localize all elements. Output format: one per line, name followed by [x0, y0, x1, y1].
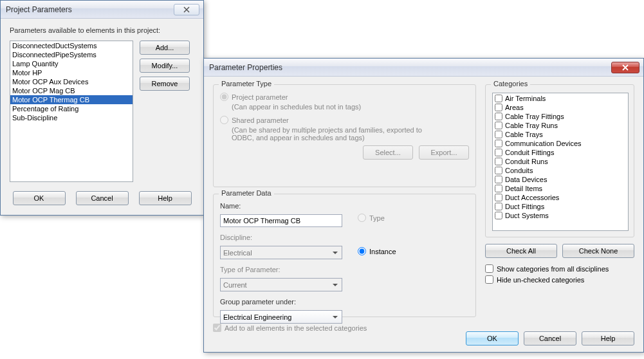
list-item[interactable]: DisconnectedPipeSystems: [10, 50, 133, 59]
groupunder-label: Group parameter under:: [220, 298, 342, 306]
parameter-type-group: Parameter Type Project parameter (Can ap…: [213, 84, 476, 187]
close-icon: [183, 6, 190, 13]
typeparam-select: Current: [220, 278, 342, 291]
cancel-button[interactable]: Cancel: [76, 191, 129, 205]
show-all-disciplines-checkbox[interactable]: Show categories from all disciplines: [485, 264, 634, 273]
project-parameter-radio: Project parameter: [220, 93, 469, 101]
list-item[interactable]: Motor HP: [10, 68, 133, 77]
hide-unchecked-checkbox[interactable]: Hide un-checked categories: [485, 275, 634, 284]
category-row[interactable]: Communication Devices: [493, 139, 627, 148]
group-label: Categories: [491, 80, 530, 87]
category-row[interactable]: Air Terminals: [493, 94, 627, 103]
check-none-button[interactable]: Check None: [562, 244, 634, 258]
groupunder-select[interactable]: Electrical Engineering: [220, 310, 342, 324]
category-row[interactable]: Conduit Runs: [493, 157, 627, 166]
category-row[interactable]: Cable Tray Fittings: [493, 112, 627, 121]
category-row[interactable]: Detail Items: [493, 184, 627, 193]
category-row[interactable]: Cable Tray Runs: [493, 121, 627, 130]
category-row[interactable]: Conduit Fittings: [493, 148, 627, 157]
list-item[interactable]: Motor OCP Mag CB: [10, 86, 133, 95]
category-row[interactable]: Data Devices: [493, 175, 627, 184]
dialog-title: Project Parameters: [6, 5, 172, 14]
list-item[interactable]: DisconnectedDuctSystems: [10, 41, 133, 50]
titlebar[interactable]: Parameter Properties: [204, 59, 643, 77]
modify-button[interactable]: Modify...: [140, 59, 190, 73]
export-button: Export...: [419, 145, 469, 160]
close-button[interactable]: [174, 4, 199, 15]
category-row[interactable]: Conduits: [493, 166, 627, 175]
ok-button[interactable]: OK: [13, 191, 66, 205]
add-to-all-checkbox: Add to all elements in the selected cate…: [213, 324, 476, 332]
discipline-label: Discipline:: [220, 234, 342, 241]
cancel-button[interactable]: Cancel: [524, 331, 576, 345]
name-field[interactable]: [220, 214, 342, 227]
list-item[interactable]: Percentage of Rating: [10, 104, 133, 113]
ok-button[interactable]: OK: [466, 331, 519, 345]
list-item[interactable]: Motor OCP Thermag CB: [10, 95, 133, 104]
group-label: Parameter Type: [219, 80, 274, 87]
categories-group: Categories Air TerminalsAreasCable Tray …: [485, 84, 634, 237]
close-button[interactable]: [611, 62, 639, 73]
discipline-select: Electrical: [220, 246, 342, 259]
close-icon: [621, 64, 629, 71]
shared-hint: (Can be shared by multiple projects and …: [232, 126, 431, 142]
type-radio: Type: [358, 214, 396, 222]
titlebar[interactable]: Project Parameters: [1, 1, 203, 19]
list-item[interactable]: Sub-Discipline: [10, 113, 133, 122]
check-all-button[interactable]: Check All: [485, 244, 557, 258]
parameters-listbox[interactable]: DisconnectedDuctSystemsDisconnectedPipeS…: [10, 41, 133, 182]
dialog-title: Parameter Properties: [209, 63, 610, 72]
remove-button[interactable]: Remove: [140, 77, 190, 91]
project-parameters-dialog: Project Parameters Parameters available …: [0, 0, 204, 216]
available-params-label: Parameters available to elements in this…: [10, 26, 194, 34]
help-button[interactable]: Help: [139, 191, 192, 205]
parameter-data-group: Parameter Data Name: Discipline: Electri…: [213, 194, 476, 317]
help-button[interactable]: Help: [582, 331, 634, 345]
list-item[interactable]: Motor OCP Aux Devices: [10, 77, 133, 86]
category-row[interactable]: Areas: [493, 103, 627, 112]
parameter-properties-dialog: Parameter Properties Parameter Type Proj…: [203, 58, 644, 353]
group-label: Parameter Data: [219, 189, 274, 197]
category-row[interactable]: Duct Systems: [493, 211, 627, 220]
list-item[interactable]: Lamp Quantity: [10, 59, 133, 68]
shared-parameter-radio: Shared parameter: [220, 116, 469, 124]
instance-radio[interactable]: Instance: [358, 247, 396, 255]
category-row[interactable]: Duct Fittings: [493, 202, 627, 211]
categories-listbox[interactable]: Air TerminalsAreasCable Tray FittingsCab…: [492, 93, 629, 231]
project-hint: (Can appear in schedules but not in tags…: [232, 103, 431, 111]
add-button[interactable]: Add...: [140, 41, 190, 55]
category-row[interactable]: Duct Accessories: [493, 193, 627, 202]
category-row[interactable]: Cable Trays: [493, 130, 627, 139]
name-label: Name:: [220, 202, 342, 210]
typeparam-label: Type of Parameter:: [220, 266, 342, 273]
select-button: Select...: [363, 145, 413, 160]
